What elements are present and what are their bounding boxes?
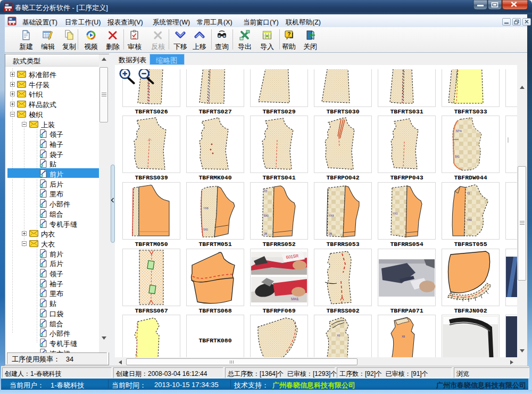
svg-text:M#&: M#& bbox=[291, 297, 299, 301]
svg-text:5X0: 5X0 bbox=[264, 214, 269, 217]
svg-text:X3: X3 bbox=[264, 190, 267, 193]
svg-text:Y2: Y2 bbox=[467, 192, 470, 195]
svg-text:2B: 2B bbox=[264, 232, 268, 235]
svg-text:2B: 2B bbox=[329, 232, 332, 235]
svg-text:X6: X6 bbox=[337, 334, 340, 337]
svg-text:YX8: YX8 bbox=[203, 207, 209, 210]
svg-text:N7%: N7% bbox=[456, 129, 462, 133]
svg-text:YX0: YX0 bbox=[393, 212, 398, 215]
svg-text:YX0: YX0 bbox=[467, 218, 472, 221]
svg-text:YX8: YX8 bbox=[329, 214, 334, 217]
svg-text:5X1: 5X1 bbox=[455, 155, 460, 158]
svg-text:X8: X8 bbox=[402, 335, 405, 338]
svg-text:?: ? bbox=[287, 31, 290, 37]
svg-text:5X0: 5X0 bbox=[203, 228, 208, 231]
